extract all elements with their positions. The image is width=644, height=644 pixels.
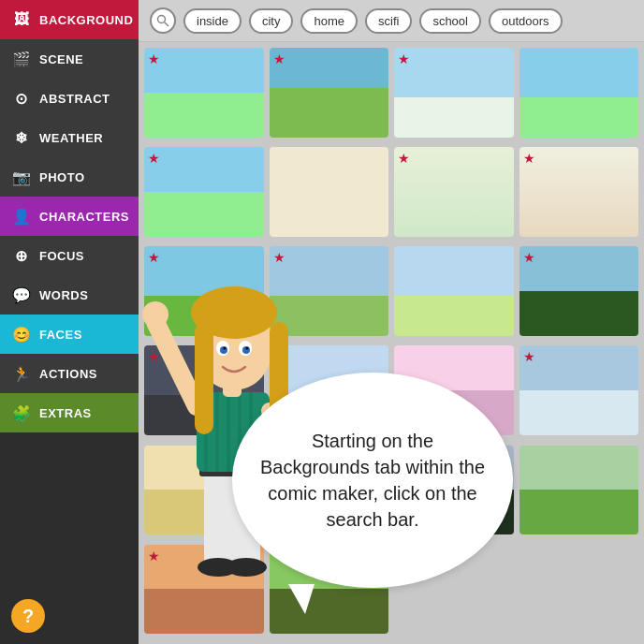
filter-outdoors[interactable]: outdoors xyxy=(489,8,563,34)
scene-icon: 🎬 xyxy=(11,49,32,69)
star-icon: ★ xyxy=(273,51,285,66)
star-icon: ★ xyxy=(148,349,160,364)
sidebar-item-label: EXTRAS xyxy=(39,406,92,420)
star-icon: ★ xyxy=(523,250,535,265)
grid-cell-21[interactable]: ★ xyxy=(144,545,264,635)
filter-inside[interactable]: inside xyxy=(183,8,242,34)
grid-cell-5[interactable]: ★ xyxy=(144,147,264,237)
main-content: inside city home scifi school outdoors ★… xyxy=(139,0,644,644)
filter-school[interactable]: school xyxy=(419,8,481,34)
star-icon: ★ xyxy=(273,250,285,265)
sidebar-item-label: ACTIONS xyxy=(39,367,97,381)
search-button[interactable] xyxy=(150,7,176,34)
help-button[interactable]: ? xyxy=(11,599,45,633)
grid-cell-7[interactable]: ★ xyxy=(394,147,514,237)
sidebar-item-words[interactable]: 💬 Words xyxy=(0,275,139,315)
sidebar-item-faces[interactable]: 😊 FACES xyxy=(0,315,139,354)
sidebar-item-label: SCENE xyxy=(39,52,83,66)
background-icon: 🖼 xyxy=(11,9,32,30)
sidebar-item-label: WEATHER xyxy=(39,131,103,145)
grid-cell-2[interactable]: ★ xyxy=(270,48,389,138)
grid-cell-12[interactable]: ★ xyxy=(520,246,639,336)
grid-cell-20[interactable] xyxy=(520,446,639,535)
sidebar-item-actions[interactable]: 🏃 ACTIONS xyxy=(0,354,139,393)
weather-icon: ❄ xyxy=(11,127,32,148)
star-icon: ★ xyxy=(148,549,160,564)
star-icon: ★ xyxy=(523,151,535,166)
sidebar-item-weather[interactable]: ❄ WEATHER xyxy=(0,118,139,157)
sidebar-item-characters[interactable]: 👤 characteRS xyxy=(0,197,139,236)
sidebar-item-label: PHOTO xyxy=(39,170,85,184)
star-icon: ★ xyxy=(148,151,160,166)
grid-cell-4[interactable] xyxy=(520,48,639,138)
sidebar-item-scene[interactable]: 🎬 SCENE xyxy=(0,39,139,79)
star-icon: ★ xyxy=(148,250,160,265)
speech-bubble: Starting on the Backgrounds tab within t… xyxy=(232,373,513,588)
faces-icon: 😊 xyxy=(11,324,32,344)
grid-cell-8[interactable]: ★ xyxy=(520,147,639,237)
grid-cell-6[interactable] xyxy=(270,147,389,237)
sidebar-item-background[interactable]: 🖼 Background ▼ xyxy=(0,0,139,39)
sidebar-item-photo[interactable]: 📷 PHOTO xyxy=(0,157,139,197)
sidebar-item-abstract[interactable]: ⊙ ABSTRACT xyxy=(0,79,139,118)
sidebar-item-label: Background xyxy=(39,13,133,27)
search-bar: inside city home scifi school outdoors xyxy=(139,0,644,42)
sidebar-item-focus[interactable]: ⊕ FOCUS xyxy=(0,236,139,275)
sidebar-bottom: ? xyxy=(0,588,139,644)
focus-icon: ⊕ xyxy=(11,245,32,266)
sidebar-item-label: FACES xyxy=(39,328,82,342)
sidebar-item-label: Words xyxy=(39,288,88,302)
sidebar-item-label: ABSTRACT xyxy=(39,92,110,106)
grid-cell-16[interactable]: ★ xyxy=(520,345,639,435)
search-icon xyxy=(156,14,169,27)
photo-icon: 📷 xyxy=(11,167,32,187)
grid-cell-13[interactable]: ★ xyxy=(144,345,264,435)
sidebar-item-extras[interactable]: 🧩 EXTRAS xyxy=(0,393,139,432)
grid-cell-10[interactable]: ★ xyxy=(270,246,389,336)
grid-cell-9[interactable]: ★ xyxy=(144,246,264,336)
characters-icon: 👤 xyxy=(11,206,32,227)
star-icon: ★ xyxy=(523,349,535,364)
sidebar-item-label: FOCUS xyxy=(39,249,84,263)
filter-home[interactable]: home xyxy=(300,8,358,34)
grid-cell-3[interactable]: ★ xyxy=(394,48,514,138)
grid-cell-1[interactable]: ★ xyxy=(144,48,264,138)
actions-icon: 🏃 xyxy=(11,363,32,384)
speech-bubble-text: Starting on the Backgrounds tab within t… xyxy=(255,428,490,533)
star-icon: ★ xyxy=(273,349,285,364)
sidebar-item-label: characteRS xyxy=(39,210,129,224)
grid-cell-11[interactable] xyxy=(394,246,514,336)
abstract-icon: ⊙ xyxy=(11,88,32,109)
star-icon: ★ xyxy=(148,51,160,66)
filter-city[interactable]: city xyxy=(249,8,294,34)
sidebar: 🖼 Background ▼ 🎬 SCENE ⊙ ABSTRACT ❄ WEAT… xyxy=(0,0,139,644)
words-icon: 💬 xyxy=(11,285,32,305)
star-icon: ★ xyxy=(398,151,410,166)
extras-icon: 🧩 xyxy=(11,402,32,423)
svg-point-0 xyxy=(158,16,166,23)
svg-line-1 xyxy=(165,22,169,27)
filter-scifi[interactable]: scifi xyxy=(365,8,412,34)
star-icon: ★ xyxy=(398,51,410,66)
